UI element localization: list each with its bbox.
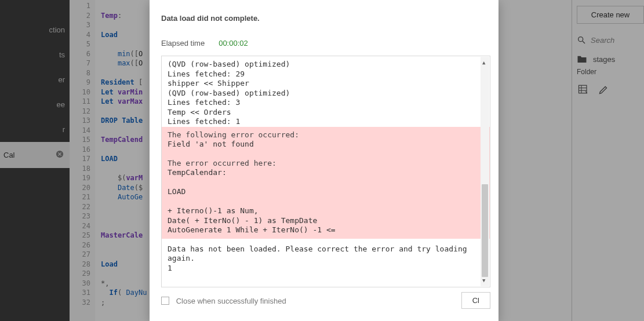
select-data-icon[interactable] xyxy=(578,84,588,96)
folder-icon xyxy=(577,54,587,64)
load-log[interactable]: (QVD (row-based) optimized)Lines fetched… xyxy=(161,56,490,287)
close-when-finished-checkbox[interactable]: Close when successfully finished xyxy=(161,296,286,305)
log-lines: Data has not been loaded. Please correct… xyxy=(168,245,484,273)
svg-point-1 xyxy=(578,37,583,42)
edit-icon[interactable] xyxy=(599,84,609,96)
dialog-title: Data load did not complete. xyxy=(161,14,490,23)
close-button[interactable]: Cl xyxy=(461,292,490,309)
search-input[interactable]: Search xyxy=(572,32,644,48)
nav-item-active[interactable]: Cal xyxy=(0,142,70,168)
scroll-up-icon[interactable]: ▲ xyxy=(482,58,485,68)
checkbox-label: Close when successfully finished xyxy=(176,297,286,305)
search-placeholder: Search xyxy=(591,36,614,45)
folder-item[interactable]: stages xyxy=(572,48,644,67)
nav-item[interactable]: ts xyxy=(0,42,70,67)
scroll-down-icon[interactable]: ▼ xyxy=(482,276,485,286)
folder-type-label: Folder xyxy=(572,67,644,81)
create-new-button[interactable]: Create new xyxy=(577,6,644,24)
svg-rect-3 xyxy=(579,85,587,93)
nav-item[interactable]: er xyxy=(0,67,70,92)
nav-item[interactable]: r xyxy=(0,117,70,142)
svg-line-2 xyxy=(583,41,585,43)
error-detail: Field 'a' not found xyxy=(168,140,484,149)
line-gutter: 1234567891011121314151617181920212223242… xyxy=(70,0,95,321)
error-location-body: TempCalendar: LOAD + Iterno()-1 as Num, … xyxy=(168,168,484,235)
search-icon xyxy=(577,35,586,45)
left-nav: ction ts er ee r Cal xyxy=(0,0,70,321)
error-heading: The following error occurred: xyxy=(168,130,484,140)
log-error-block: The following error occurred: Field 'a' … xyxy=(162,127,490,239)
nav-item-label: Cal xyxy=(3,151,15,159)
elapsed-time-label: Elapsed time xyxy=(161,39,205,48)
folder-name: stages xyxy=(593,55,615,64)
log-scrollbar[interactable]: ▲ ▼ xyxy=(481,57,489,286)
right-panel: Create new Search stages Folder xyxy=(572,0,644,321)
scroll-thumb[interactable] xyxy=(482,184,488,277)
nav-item[interactable]: ction xyxy=(0,17,70,42)
data-load-progress-dialog: Data load did not complete. Elapsed time… xyxy=(150,0,499,321)
log-lines: (QVD (row-based) optimized)Lines fetched… xyxy=(168,60,484,127)
checkbox-icon[interactable] xyxy=(161,297,169,305)
elapsed-time-value: 00:00:02 xyxy=(219,39,248,48)
error-location-heading: The error occurred here: xyxy=(168,159,484,169)
nav-item[interactable]: ee xyxy=(0,92,70,117)
close-icon[interactable] xyxy=(56,150,64,160)
